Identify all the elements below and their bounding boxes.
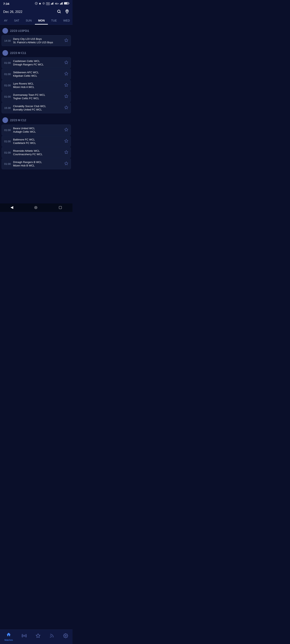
home-team: Skibbereen AFC WCL <box>13 71 63 74</box>
svg-point-34 <box>50 637 51 637</box>
favorite-star-icon[interactable] <box>64 72 68 77</box>
home-team: Derry City LOI U15 Boys <box>13 38 63 40</box>
match-row[interactable]: 01:00Skibbereen AFC WCLKilgoban Celtic W… <box>2 69 71 80</box>
signal-icon <box>51 2 54 5</box>
svg-marker-28 <box>65 128 68 131</box>
match-time: 01:00 <box>4 73 13 76</box>
svg-marker-23 <box>65 60 68 64</box>
search-icon[interactable] <box>57 9 61 14</box>
svg-marker-24 <box>65 72 68 75</box>
match-row[interactable]: 01:00Lyre Rovers WCLMizen Hob A WCL <box>2 80 71 91</box>
match-teams: Castletown Celtic WCLDrinagh Rangers FC … <box>13 60 63 66</box>
tab-sat[interactable]: SAT <box>11 16 23 24</box>
ve-badge: Ve <box>46 2 50 5</box>
nav-settings[interactable] <box>62 632 70 641</box>
match-row[interactable]: 01:00Dunmanway Town FC WCLTogher Celtic … <box>2 91 71 102</box>
match-time: 15:30 <box>4 106 13 110</box>
android-back[interactable]: ◀ <box>11 205 13 210</box>
match-teams: Lyre Rovers WCLMizen Hob A WCL <box>13 82 63 88</box>
match-row[interactable]: 01:00Castletown Celtic WCLDrinagh Ranger… <box>2 57 71 68</box>
android-home[interactable]: ◎ <box>34 205 38 210</box>
league-dot-u15pdi1 <box>3 28 8 34</box>
status-time: 7:34 <box>3 2 9 6</box>
svg-rect-9 <box>53 2 54 4</box>
home-team: Castletown Celtic WCL <box>13 60 63 62</box>
tab-mon[interactable]: MON <box>35 16 48 24</box>
match-time: 01:00 <box>4 162 13 166</box>
league-section-mc12: 22/23 M C1201:00Beara United WCLAultagh … <box>2 116 71 169</box>
favorite-star-icon[interactable] <box>64 106 68 110</box>
svg-marker-31 <box>65 162 68 165</box>
away-team: Bunratty United FC WCL <box>13 108 63 111</box>
svg-rect-6 <box>52 3 52 4</box>
league-section-mc11: 22/23 M C1101:00Castletown Celtic WCLDri… <box>2 48 71 113</box>
svg-text:W: W <box>36 3 37 4</box>
home-team: Beara United WCL <box>13 127 63 130</box>
svg-marker-29 <box>65 139 68 142</box>
match-row[interactable]: 15:30Clonakilty Soccer Club WCLBunratty … <box>2 102 71 113</box>
svg-marker-26 <box>65 94 68 98</box>
android-nav: ◀ ◎ ▢ <box>0 204 73 212</box>
match-row[interactable]: 14:30Derry City LOI U15 BoysSt. Patrick'… <box>2 35 71 46</box>
favorite-star-icon[interactable] <box>64 128 68 132</box>
away-team: Drinagh Rangers FC WCL <box>13 63 63 66</box>
favorite-star-icon[interactable] <box>64 94 68 99</box>
radar-icon <box>22 633 27 639</box>
svg-marker-22 <box>65 38 68 42</box>
favorite-star-icon[interactable] <box>64 162 68 166</box>
home-team: Riverside Athletic WCL <box>13 149 63 152</box>
match-teams: Derry City LOI U15 BoysSt. Patrick's Ath… <box>13 38 63 44</box>
whatsapp-icon: W <box>35 2 38 6</box>
match-time: 01:00 <box>4 95 13 98</box>
match-teams: Beara United WCLAultagh Celtic WCL <box>13 127 63 133</box>
home-team: Lyre Rovers WCL <box>13 82 63 85</box>
location-icon[interactable] <box>65 9 69 14</box>
nav-matches-label: Matches <box>5 639 13 641</box>
svg-rect-16 <box>69 3 69 4</box>
favorite-star-icon[interactable] <box>64 83 68 88</box>
nav-matches[interactable]: Matches <box>3 631 15 642</box>
league-header-mc12: 22/23 M C12 <box>2 116 71 124</box>
nav-radar[interactable] <box>20 632 28 641</box>
alarm-icon <box>42 2 45 5</box>
match-teams: Skibbereen AFC WCLKilgoban Celtic WCL <box>13 71 63 77</box>
home-team: Baltimore FC WCL <box>13 138 63 141</box>
favorite-star-icon[interactable] <box>64 139 68 144</box>
match-time: 01:00 <box>4 151 13 154</box>
league-name-mc12: 22/23 M C12 <box>10 118 26 122</box>
match-time: 01:00 <box>4 84 13 87</box>
tab-day[interactable]: AY <box>1 16 11 24</box>
match-row[interactable]: 01:00Beara United WCLAultagh Celtic WCL <box>2 124 71 136</box>
android-recents[interactable]: ▢ <box>59 205 62 210</box>
svg-marker-33 <box>36 634 40 638</box>
away-team: Kilgoban Celtic WCL <box>13 74 63 77</box>
match-row[interactable]: 01:00Baltimore FC WCLCastlelack FC WCL <box>2 136 71 147</box>
svg-text:71: 71 <box>66 3 67 4</box>
away-team: St. Patrick's Athletic LOI U15 Boys <box>13 41 63 44</box>
tab-tue[interactable]: TUE <box>48 16 60 24</box>
4g-icon: 4G+ <box>55 2 59 5</box>
content-area: 22/23 U15PDi114:30Derry City LOI U15 Boy… <box>0 25 73 173</box>
bottom-nav: Matches <box>0 630 73 644</box>
match-time: 14:30 <box>4 39 13 42</box>
favorite-star-icon[interactable] <box>64 60 68 66</box>
away-team: Courtmacsherry FC WCL <box>13 153 63 156</box>
away-team: Mizen Hob A WCL <box>13 86 63 88</box>
tab-sun[interactable]: SUN <box>23 16 35 24</box>
home-team: Dunmanway Town FC WCL <box>13 94 63 96</box>
nav-feed[interactable] <box>48 632 56 641</box>
league-header-u15pdi1: 22/23 U15PDi1 <box>2 26 71 35</box>
status-bar: 7:34 W ✱ Ve 4G+ <box>0 0 73 7</box>
signal2-icon <box>60 2 63 5</box>
gear-icon <box>63 633 68 639</box>
svg-rect-5 <box>51 4 51 4</box>
nav-favorites[interactable] <box>34 632 42 641</box>
match-row[interactable]: 01:00Drinagh Rangers B WCLMizen Hob B WC… <box>2 158 71 169</box>
match-row[interactable]: 01:00Riverside Athletic WCLCourtmacsherr… <box>2 147 71 158</box>
home-icon <box>6 632 11 638</box>
svg-point-19 <box>58 10 60 13</box>
favorite-star-icon[interactable] <box>64 38 68 43</box>
svg-rect-10 <box>60 4 60 4</box>
favorite-star-icon[interactable] <box>64 150 68 155</box>
tab-wed[interactable]: WED <box>60 16 73 24</box>
